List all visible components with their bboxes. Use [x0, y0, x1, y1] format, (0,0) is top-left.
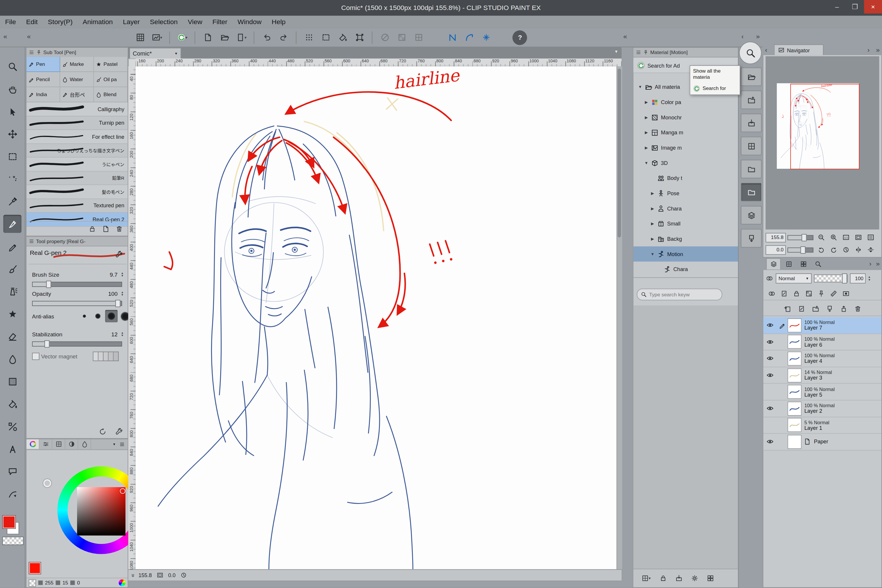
navigator-zoom-slider[interactable] [788, 235, 813, 240]
subtool-item[interactable]: Textured pen [27, 199, 128, 213]
canvas-vertical-scrollbar[interactable] [616, 66, 622, 569]
foreground-color-swatch[interactable] [2, 515, 16, 529]
layer-thumbnail[interactable] [788, 435, 802, 449]
material-tree-item[interactable]: ▶ Monochr [633, 110, 738, 125]
navigator-rotation-slider[interactable] [788, 247, 813, 252]
material-lock-button[interactable] [659, 574, 667, 582]
flip-vertical-button[interactable] [865, 244, 877, 255]
delete-subtool-button[interactable] [115, 225, 123, 232]
operation-tool[interactable] [3, 102, 21, 120]
set-as-ruler-icon[interactable] [830, 289, 838, 297]
screentone-button[interactable] [302, 30, 316, 45]
antialias-middle-button[interactable] [105, 310, 118, 322]
reset-icon[interactable] [99, 428, 107, 436]
stabilization-value[interactable]: 12 [100, 332, 118, 338]
color-tab-dropdown-icon[interactable]: ▼ [112, 443, 116, 446]
auto-select-tool[interactable] [3, 170, 21, 188]
material-grid-button[interactable] [741, 137, 762, 155]
draft-layer-icon[interactable] [780, 289, 788, 297]
subtool-group-1[interactable]: Marke [60, 57, 94, 72]
zoom-in-button[interactable] [827, 232, 840, 242]
brush-size-stepper[interactable]: ▲▼ [121, 272, 123, 277]
fit-screen-button[interactable] [852, 232, 865, 242]
approximate-color-tab[interactable] [78, 439, 91, 449]
color-settings-icon[interactable] [119, 579, 126, 586]
blend-mode-select[interactable]: Normal▼ [776, 273, 812, 284]
trash-icon[interactable] [115, 225, 123, 232]
expand-triangle-icon[interactable]: ▼ [644, 161, 649, 165]
brush-size-value[interactable]: 9.7 [100, 272, 118, 278]
collapse-triangle-icon[interactable]: ▶ [650, 206, 655, 210]
fit-icon[interactable] [156, 572, 164, 579]
new-vector-layer-button[interactable] [798, 304, 806, 312]
layer-opacity-slider[interactable] [814, 274, 848, 282]
material-tree-item[interactable]: ▶ Backg [633, 231, 738, 246]
balloon-tool[interactable] [3, 462, 21, 480]
maximize-button[interactable]: ❐ [846, 0, 864, 14]
material-tree-item[interactable]: Body t [633, 171, 738, 186]
rotate-left-button[interactable] [815, 244, 827, 255]
grid-view-button[interactable] [411, 30, 426, 45]
collapse-triangle-icon[interactable]: ▶ [644, 130, 649, 135]
intermediate-color-tab[interactable] [65, 439, 78, 449]
color-menu-icon[interactable] [119, 442, 125, 447]
navigator-menu-icon[interactable]: › [867, 46, 870, 54]
clip-to-layer-below-icon[interactable] [768, 289, 776, 297]
expand-triangle-icon[interactable]: ▼ [650, 252, 655, 256]
expand-material-dock-icon[interactable]: ‹ [741, 33, 744, 40]
opacity-value[interactable]: 100 [100, 291, 118, 297]
expand-triangle-icon[interactable]: ▼ [638, 85, 642, 89]
subtool-item[interactable]: For effect line [27, 130, 128, 144]
layer-visibility-toggle[interactable] [763, 371, 777, 379]
collapse-triangle-icon[interactable]: ▶ [644, 115, 649, 119]
layer-row[interactable]: 100 % NormalLayer 4 [763, 351, 881, 367]
navigator-view-frame[interactable] [790, 84, 860, 170]
brush-size-slider[interactable] [32, 282, 122, 287]
new-raster-layer-button[interactable] [783, 304, 792, 312]
selection-tool[interactable] [3, 147, 21, 165]
navigator-zoom-value[interactable]: 155.8 [766, 232, 786, 242]
material-folder-b-button[interactable] [741, 183, 762, 201]
delete-layer-button[interactable] [854, 304, 862, 312]
material-tree-item[interactable]: ▶ Manga m [633, 125, 738, 140]
navigator-tab[interactable]: Navigator [774, 44, 824, 55]
workspace-grid-button[interactable] [133, 30, 148, 45]
reset-rotation-icon[interactable] [180, 572, 187, 579]
subtool-group-5[interactable]: Oil pa [94, 72, 128, 87]
layer-visibility-toggle[interactable] [763, 355, 777, 363]
subtool-group-6[interactable]: India [27, 87, 60, 103]
eyedropper-tool[interactable] [3, 192, 21, 210]
layer-thumbnail[interactable] [788, 352, 802, 366]
zoom-tool[interactable] [3, 57, 21, 75]
pencil-tool[interactable] [3, 237, 21, 255]
color-slider-tab[interactable] [39, 439, 52, 449]
material-tree-item[interactable]: ▶ Pose [633, 186, 738, 201]
subtool-group-3[interactable]: Pencil [27, 72, 60, 87]
material-tree-item[interactable]: ▼ 3D [633, 155, 738, 171]
lock-subtool-button[interactable] [88, 225, 96, 232]
view-mode-button[interactable]: ▼ [150, 30, 164, 45]
collapse-triangle-icon[interactable]: ▶ [644, 146, 649, 150]
material-tree-item[interactable]: ▼ Motion [633, 246, 738, 262]
pen-tool[interactable] [3, 215, 21, 233]
layer-opacity-value[interactable]: 100 [850, 273, 866, 284]
layer-visibility-toggle[interactable] [763, 405, 777, 412]
popup-show-all-materials[interactable]: Show all the materia [690, 66, 740, 82]
material-organize-button[interactable] [706, 574, 714, 582]
decoration-tool[interactable] [3, 305, 21, 323]
subtool-item[interactable]: 鉛筆R [27, 171, 128, 185]
collapse-triangle-icon[interactable]: ▶ [650, 221, 655, 226]
subtool-group-8[interactable]: Blend [94, 87, 128, 103]
subtool-group-0[interactable]: Pen [27, 57, 60, 72]
snap-off-button[interactable] [378, 30, 392, 45]
collapse-triangle-icon[interactable]: ▶ [650, 237, 655, 241]
pin-icon[interactable] [818, 289, 825, 297]
subtool-item[interactable]: うにゃペン [27, 158, 128, 171]
subtool-panel-header[interactable]: Sub Tool [Pen] [27, 48, 128, 58]
vector-magnet-checkbox[interactable] [32, 353, 39, 360]
material-import-button[interactable] [675, 574, 683, 582]
gradient-tool[interactable] [3, 372, 21, 390]
copy-icon[interactable] [102, 225, 110, 232]
help-button[interactable]: ? [513, 30, 527, 45]
layer-thumbnail[interactable] [788, 335, 802, 349]
